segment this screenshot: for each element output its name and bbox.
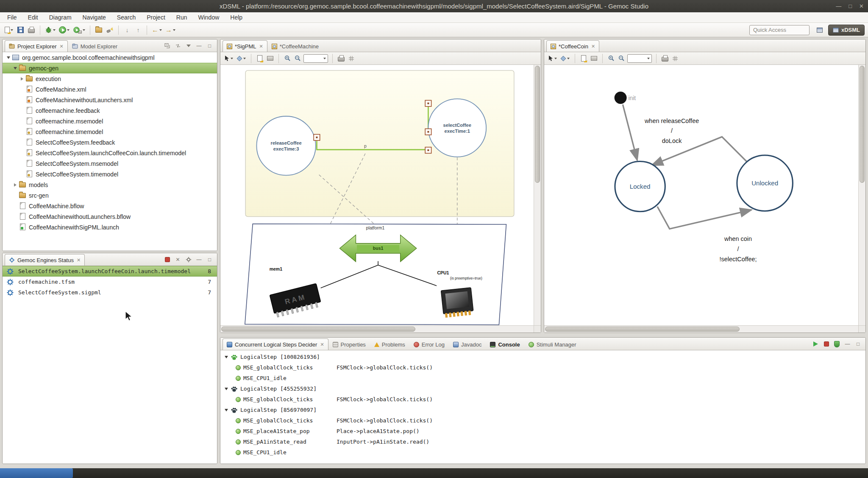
new-project-button[interactable] (94, 25, 104, 36)
maximize-view-icon[interactable]: □ (206, 42, 213, 49)
tree-row[interactable]: CoffeeMachinewithoutLaunchers.xml (3, 95, 217, 105)
menu-window[interactable]: Window (192, 12, 225, 22)
actor-selectcoffee[interactable] (428, 99, 486, 157)
taskbar-active-segment[interactable] (0, 468, 73, 478)
tree-row[interactable]: org.gemoc.sample.bcool.coffeemachinewith… (3, 52, 217, 63)
menu-navigate[interactable]: Navigate (77, 12, 111, 22)
search-button[interactable] (105, 25, 115, 36)
tree-row[interactable]: SelectCoffeeSystem.launchCoffeeCoin.laun… (3, 148, 217, 158)
tab-stimuli-manager[interactable]: Stimuli Manager (524, 338, 581, 350)
save-button[interactable] (15, 25, 25, 36)
zoom-out-button[interactable] (617, 53, 626, 64)
previous-annotation-button[interactable]: ↑ (133, 25, 143, 36)
expander-open-icon[interactable] (224, 409, 229, 411)
window-maximize-button[interactable]: □ (849, 3, 852, 9)
back-button[interactable]: ← (150, 25, 163, 36)
vertical-scrollbar[interactable] (858, 65, 865, 325)
tree-row[interactable]: coffeemachine.timemodel (3, 126, 217, 137)
select-tool-button[interactable] (547, 53, 558, 64)
open-perspective-button[interactable] (815, 25, 827, 36)
expander-closed-icon[interactable] (19, 77, 25, 81)
tab-properties[interactable]: Properties (328, 338, 370, 350)
tree-row[interactable]: CoffeeMachine.bflow (3, 201, 217, 211)
expander-closed-icon[interactable] (12, 183, 18, 187)
engine-row[interactable]: SelectCoffeeSystem.sigpml 7 (3, 287, 217, 298)
mse-row[interactable]: MSE_CPU1_idle (220, 373, 865, 383)
quick-access-input[interactable]: Quick Access (749, 25, 810, 35)
mse-row[interactable]: MSE_globalClock_ticksFSMClock->globalClo… (220, 394, 865, 405)
expander-open-icon[interactable] (5, 56, 11, 59)
tree-row-selected[interactable]: gemoc-gen (3, 63, 217, 73)
scrollbar-thumb[interactable] (545, 327, 740, 332)
debug-button[interactable] (44, 25, 57, 36)
mse-row[interactable]: MSE_placeA1State_popPlace->placeA1State.… (220, 426, 865, 436)
tab-console[interactable]: Console (486, 338, 524, 350)
zoom-combo[interactable] (627, 54, 652, 63)
tab-logical-steps-decider[interactable]: Concurrent Logical Steps Decider ✕ (223, 338, 328, 350)
close-icon[interactable]: ✕ (591, 44, 595, 49)
tree-row[interactable]: coffeemachine.msemodel (3, 116, 217, 126)
mse-row[interactable]: MSE_globalClock_ticksFSMClock->globalClo… (220, 362, 865, 373)
print-button[interactable] (26, 25, 36, 36)
forward-button[interactable]: → (164, 25, 177, 36)
tree-row[interactable]: CoffeeMachinewithSigPML.launch (3, 222, 217, 232)
menu-run[interactable]: Run (171, 12, 193, 22)
engine-settings-icon[interactable] (185, 256, 192, 263)
zoom-out-button[interactable] (293, 53, 302, 64)
expander-open-icon[interactable] (224, 356, 229, 358)
engine-row-selected[interactable]: SelectCoffeeSystem.launchCoffeeCoin.laun… (3, 266, 217, 277)
run-button[interactable] (58, 25, 71, 36)
perspective-xdsml-button[interactable]: xDSML (828, 25, 865, 36)
maximize-view-icon[interactable]: □ (206, 256, 213, 263)
tab-gemoc-engines-status[interactable]: Gemoc Engines Status ✕ (5, 254, 85, 266)
tree-row[interactable]: execution (3, 73, 217, 84)
tree-row[interactable]: CoffeeMachine.xml (3, 84, 217, 95)
tree-row[interactable]: SelectCoffeeSystem.feedback (3, 137, 217, 148)
new-wizard-button[interactable] (3, 25, 14, 36)
zoom-in-button[interactable] (283, 53, 292, 64)
expander-open-icon[interactable] (224, 388, 229, 390)
tree-row[interactable]: src-gen (3, 190, 217, 201)
mse-row[interactable]: MSE_CPU1_idle (220, 447, 865, 458)
scrollbar-thumb[interactable] (535, 66, 540, 183)
horizontal-scrollbar[interactable] (544, 325, 858, 333)
menu-help[interactable]: Help (225, 12, 248, 22)
grid-toggle-button[interactable] (671, 53, 679, 64)
tab-coffeecoin[interactable]: *CoffeeCoin ✕ (546, 40, 599, 52)
logical-step-row[interactable]: LogicalStep [455255932] (220, 383, 865, 394)
zoom-combo[interactable] (303, 54, 328, 63)
minimize-view-icon[interactable]: — (844, 341, 851, 347)
dispose-engine-icon[interactable]: ✕ (174, 256, 181, 263)
scrollbar-thumb[interactable] (221, 327, 415, 332)
scrollbar-thumb[interactable] (860, 66, 865, 183)
external-tools-button[interactable] (72, 25, 86, 36)
vertical-scrollbar[interactable] (534, 65, 541, 325)
tree-row[interactable]: CoffeeMachinewithoutLaunchers.bflow (3, 211, 217, 222)
window-minimize-button[interactable]: — (836, 3, 841, 9)
menu-edit[interactable]: Edit (22, 12, 44, 22)
menu-file[interactable]: File (2, 12, 22, 22)
layout-tool-button[interactable] (559, 53, 570, 64)
zoom-in-button[interactable] (607, 53, 615, 64)
export-diagram-button[interactable] (256, 53, 264, 64)
layers-button[interactable] (590, 53, 598, 64)
initial-transition[interactable] (623, 104, 637, 160)
mse-row[interactable]: MSE_globalClock_ticksFSMClock->globalClo… (220, 415, 865, 426)
export-diagram-button[interactable] (579, 53, 588, 64)
engine-row[interactable]: coffemachine.tfsm 7 (3, 277, 217, 287)
maximize-view-icon[interactable]: □ (854, 341, 862, 347)
select-tool-button[interactable] (223, 53, 234, 64)
tab-error-log[interactable]: Error Log (409, 338, 449, 350)
stop-engine-icon[interactable] (164, 256, 171, 263)
grid-toggle-button[interactable] (347, 53, 356, 64)
cpu-chip[interactable] (441, 288, 473, 318)
menu-diagram[interactable]: Diagram (44, 12, 77, 22)
print-diagram-button[interactable] (337, 53, 345, 64)
layers-button[interactable] (266, 53, 274, 64)
logical-step-row[interactable]: LogicalStep [1008261936] (220, 352, 865, 362)
next-annotation-button[interactable]: ↓ (122, 25, 132, 36)
close-icon[interactable]: ✕ (259, 44, 263, 49)
tab-model-explorer[interactable]: Model Explorer (68, 40, 122, 52)
tab-sigpml[interactable]: *SigPML ✕ (223, 40, 267, 52)
close-icon[interactable]: ✕ (77, 257, 81, 263)
